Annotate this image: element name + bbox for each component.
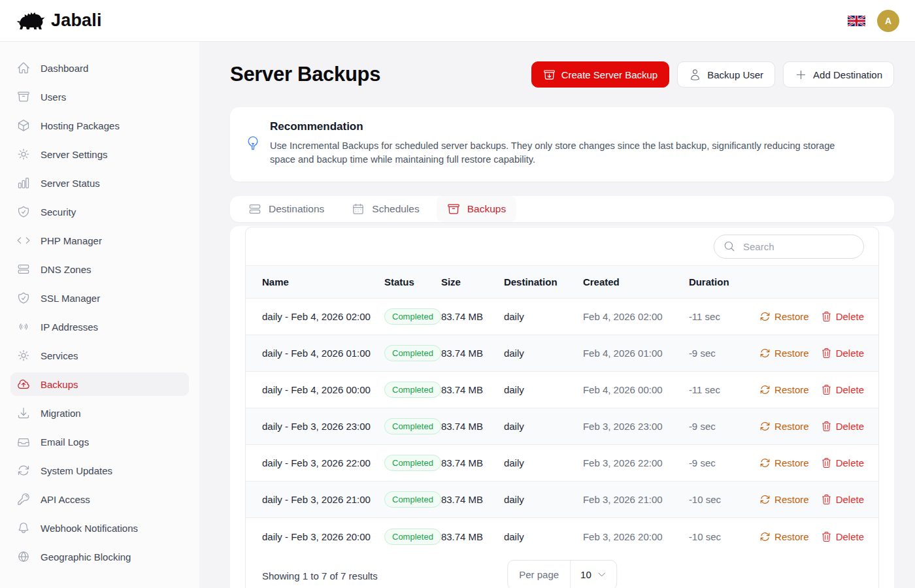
- create-server-backup-button[interactable]: Create Server Backup: [531, 61, 670, 88]
- tab-backups[interactable]: Backups: [437, 196, 516, 222]
- delete-button[interactable]: Delete: [821, 384, 864, 395]
- backups-table: NameStatusSizeDestinationCreatedDuration…: [246, 265, 878, 555]
- sidebar-item-php-manager[interactable]: PHP Manager: [10, 229, 189, 252]
- sidebar-item-geographic-blocking[interactable]: Geographic Blocking: [10, 545, 189, 568]
- page-title: Server Backups: [230, 63, 380, 86]
- backup-name: daily - Feb 4, 2026 00:00: [246, 372, 384, 408]
- backup-created: Feb 3, 2026 21:00: [583, 482, 689, 518]
- sidebar-item-ssl-manager[interactable]: SSL Manager: [10, 286, 189, 310]
- backup-created: Feb 3, 2026 22:00: [583, 445, 689, 482]
- backup-destination: daily: [504, 372, 583, 408]
- table-row: daily - Feb 4, 2026 01:00Completed83.74 …: [246, 335, 878, 372]
- backup-user-button[interactable]: Backup User: [677, 61, 775, 88]
- backup-size: 83.74 MB: [441, 408, 504, 445]
- sidebar-item-label: System Updates: [41, 465, 112, 476]
- status-badge: Completed: [384, 308, 441, 325]
- delete-button[interactable]: Delete: [821, 348, 864, 359]
- sidebar-item-users[interactable]: Users: [10, 85, 189, 108]
- sidebar-item-label: SSL Manager: [41, 293, 100, 304]
- uk-flag-icon[interactable]: [848, 15, 865, 27]
- sidebar-item-ip-addresses[interactable]: IP Addresses: [10, 315, 189, 338]
- backup-duration: -10 sec: [689, 518, 754, 555]
- trash-icon: [821, 531, 832, 542]
- sidebar-item-system-updates[interactable]: System Updates: [10, 459, 189, 482]
- delete-button[interactable]: Delete: [821, 311, 864, 322]
- backup-created: Feb 4, 2026 01:00: [583, 335, 689, 372]
- restore-button[interactable]: Restore: [759, 457, 809, 468]
- tab-schedules[interactable]: Schedules: [341, 196, 429, 222]
- sidebar-item-migration[interactable]: Migration: [10, 401, 189, 425]
- sidebar-item-backups[interactable]: Backups: [10, 372, 189, 396]
- user-avatar[interactable]: A: [877, 10, 899, 32]
- server-stack-icon: [248, 203, 261, 216]
- backup-size: 83.74 MB: [441, 445, 504, 482]
- column-header-duration: Duration: [689, 266, 754, 299]
- column-header-created: Created: [583, 266, 689, 299]
- sidebar-item-label: Dashboard: [41, 63, 88, 74]
- restore-button[interactable]: Restore: [759, 494, 809, 505]
- delete-button[interactable]: Delete: [821, 421, 864, 432]
- topbar: Jabali A: [0, 0, 915, 42]
- table-row: daily - Feb 4, 2026 00:00Completed83.74 …: [246, 372, 878, 408]
- delete-button[interactable]: Delete: [821, 531, 864, 542]
- sidebar-item-services[interactable]: Services: [10, 344, 189, 367]
- status-badge: Completed: [384, 345, 441, 361]
- status-badge: Completed: [384, 382, 441, 398]
- restore-button[interactable]: Restore: [759, 421, 809, 432]
- sidebar-item-dns-zones[interactable]: DNS Zones: [10, 257, 189, 281]
- calendar-icon: [352, 203, 365, 216]
- archive-box-icon: [447, 203, 460, 216]
- arrow-path-icon: [759, 421, 771, 432]
- status-badge: Completed: [384, 455, 441, 471]
- trash-icon: [821, 348, 832, 359]
- backup-created: Feb 4, 2026 00:00: [583, 372, 689, 408]
- sidebar-item-label: DNS Zones: [41, 264, 92, 275]
- restore-button[interactable]: Restore: [759, 384, 809, 395]
- sidebar-item-server-status[interactable]: Server Status: [10, 171, 189, 195]
- backup-name: daily - Feb 3, 2026 23:00: [246, 408, 384, 445]
- sidebar-item-security[interactable]: Security: [10, 200, 189, 223]
- delete-button[interactable]: Delete: [821, 457, 864, 468]
- sidebar-item-dashboard[interactable]: Dashboard: [10, 56, 189, 80]
- sidebar-item-label: Geographic Blocking: [41, 551, 131, 563]
- boar-logo-icon: [16, 10, 46, 31]
- brand-logo[interactable]: Jabali: [16, 10, 102, 31]
- page-actions: Create Server BackupBackup UserAdd Desti…: [531, 61, 894, 88]
- sidebar-item-hosting-packages[interactable]: Hosting Packages: [10, 114, 189, 137]
- recommendation-card: Recommendation Use Incremental Backups f…: [230, 107, 894, 182]
- backup-duration: -10 sec: [689, 482, 754, 518]
- search-icon: [724, 240, 735, 252]
- add-destination-button[interactable]: Add Destination: [783, 61, 894, 88]
- trash-icon: [821, 421, 832, 432]
- sidebar-item-label: Users: [41, 91, 66, 103]
- table-row: daily - Feb 3, 2026 21:00Completed83.74 …: [246, 482, 878, 518]
- sidebar-item-label: Server Status: [41, 178, 100, 189]
- delete-button[interactable]: Delete: [821, 494, 864, 505]
- sidebar-item-label: IP Addresses: [41, 321, 98, 333]
- restore-button[interactable]: Restore: [759, 531, 809, 542]
- per-page-select[interactable]: 10: [571, 561, 616, 588]
- sidebar-item-server-settings[interactable]: Server Settings: [10, 142, 189, 166]
- search-input[interactable]: [742, 240, 854, 253]
- restore-button[interactable]: Restore: [759, 311, 809, 322]
- arrow-path-icon: [759, 494, 771, 505]
- backup-name: daily - Feb 4, 2026 02:00: [246, 299, 384, 335]
- sidebar-item-label: PHP Manager: [41, 235, 102, 246]
- sidebar-item-email-logs[interactable]: Email Logs: [10, 430, 189, 453]
- sidebar-item-label: Server Settings: [41, 149, 108, 160]
- shield-check-icon: [17, 205, 30, 218]
- archive-arrow-down-icon: [543, 69, 556, 81]
- restore-button[interactable]: Restore: [759, 348, 809, 359]
- table-row: daily - Feb 3, 2026 22:00Completed83.74 …: [246, 445, 878, 482]
- backup-destination: daily: [504, 518, 583, 555]
- status-badge: Completed: [384, 529, 441, 545]
- sidebar-item-api-access[interactable]: API Access: [10, 487, 189, 511]
- backup-duration: -9 sec: [689, 408, 754, 445]
- key-icon: [17, 493, 30, 506]
- sidebar-item-webhook-notifications[interactable]: Webhook Notifications: [10, 516, 189, 540]
- table-row: daily - Feb 3, 2026 20:00Completed83.74 …: [246, 518, 878, 555]
- user-icon: [689, 69, 701, 81]
- globe-icon: [17, 550, 30, 563]
- backups-card: NameStatusSizeDestinationCreatedDuration…: [230, 226, 894, 588]
- tab-destinations[interactable]: Destinations: [238, 196, 335, 222]
